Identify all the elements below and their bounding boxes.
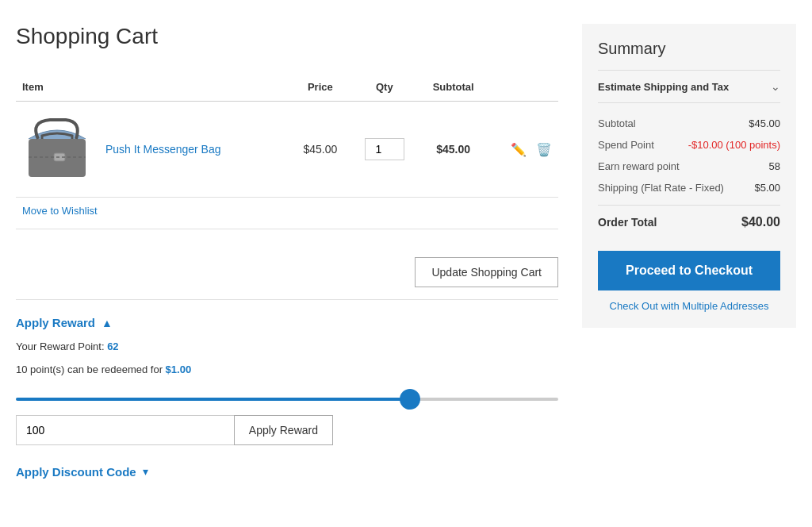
col-qty-header: Qty [350,73,419,102]
subtotal-label: Subtotal [598,117,749,129]
product-name-link[interactable]: Push It Messenger Bag [105,143,221,156]
update-cart-button[interactable]: Update Shopping Cart [415,257,558,287]
summary-row-subtotal: Subtotal $45.00 [598,113,780,134]
chevron-down-icon: ⌄ [771,80,780,93]
delete-icon[interactable]: 🗑️ [536,142,552,157]
cart-table-header: Item Price Qty Subtotal [16,73,558,102]
redeem-info: 10 point(s) can be redeemed for $1.00 [16,362,558,379]
table-row: Push It Messenger Bag $45.00 $45.00 [16,102,558,198]
summary-row-spend-point: Spend Point -$10.00 (100 points) [598,134,780,156]
reward-toggle-header[interactable]: Apply Reward ▲ [16,316,558,329]
cart-footer: Update Shopping Cart [16,245,558,300]
product-image [22,113,94,185]
product-qty [350,102,419,198]
apply-reward-button[interactable]: Apply Reward [234,415,333,445]
order-total-label: Order Total [598,216,657,229]
product-cell: Push It Messenger Bag [16,102,290,198]
move-to-wishlist-link[interactable]: Move to Wishlist [22,205,98,217]
summary-rows: Subtotal $45.00 Spend Point -$10.00 (100… [598,113,780,198]
summary-title: Summary [598,40,780,58]
redeem-info-text: 10 point(s) can be redeemed for [16,364,166,375]
spend-point-label: Spend Point [598,139,688,151]
spend-point-value: -$10.00 (100 points) [688,139,780,151]
estimate-shipping-toggle[interactable]: Estimate Shipping and Tax ⌄ [598,70,780,103]
subtotal-value: $45.00 [749,117,780,129]
col-subtotal-header: Subtotal [419,73,488,102]
wishlist-row: Move to Wishlist [16,198,558,229]
edit-icon[interactable]: ✏️ [511,142,527,157]
reward-points-display: 62 [107,340,118,352]
summary-row-shipping: Shipping (Flat Rate - Fixed) $5.00 [598,177,780,198]
reward-section-title: Apply Reward [16,316,95,329]
multiple-addresses-link[interactable]: Check Out with Multiple Addresses [598,300,780,312]
order-total-value: $40.00 [741,215,780,229]
col-price-header: Price [290,73,350,102]
reward-info: Your Reward Point: 62 [16,339,558,356]
apply-discount-section: Apply Discount Code ▾ [16,465,558,479]
proceed-to-checkout-button[interactable]: Proceed to Checkout [598,251,780,290]
reward-points-input[interactable] [16,415,234,445]
reward-slider-container [16,390,558,403]
reward-slider[interactable] [16,398,558,401]
order-total-row: Order Total $40.00 [598,205,780,239]
shipping-label: Shipping (Flat Rate - Fixed) [598,182,754,194]
discount-toggle-icon: ▾ [143,465,148,478]
redeem-value: $1.00 [166,364,192,375]
estimate-shipping-label: Estimate Shipping and Tax [598,81,729,93]
discount-section-title: Apply Discount Code [16,465,136,479]
reward-toggle-icon: ▲ [102,317,113,329]
reward-input-row: Apply Reward [16,415,333,445]
product-price: $45.00 [290,102,350,198]
page-title: Shopping Cart [16,24,558,49]
order-summary-sidebar: Summary Estimate Shipping and Tax ⌄ Subt… [582,24,796,328]
reward-info-prefix: Your Reward Point: [16,340,107,352]
product-subtotal: $45.00 [419,102,488,198]
earn-reward-label: Earn reward point [598,160,769,172]
col-item-header: Item [16,73,290,102]
discount-toggle-header[interactable]: Apply Discount Code ▾ [16,465,558,479]
main-content: Shopping Cart Item Price Qty Subtotal [16,24,558,479]
shipping-value: $5.00 [754,182,780,194]
summary-row-earn-reward: Earn reward point 58 [598,156,780,177]
apply-reward-section: Apply Reward ▲ Your Reward Point: 62 10 … [16,316,558,445]
qty-input[interactable] [365,138,404,160]
cart-table: Item Price Qty Subtotal [16,73,558,229]
item-actions-cell: ✏️ 🗑️ [488,102,558,198]
earn-reward-value: 58 [769,160,780,172]
